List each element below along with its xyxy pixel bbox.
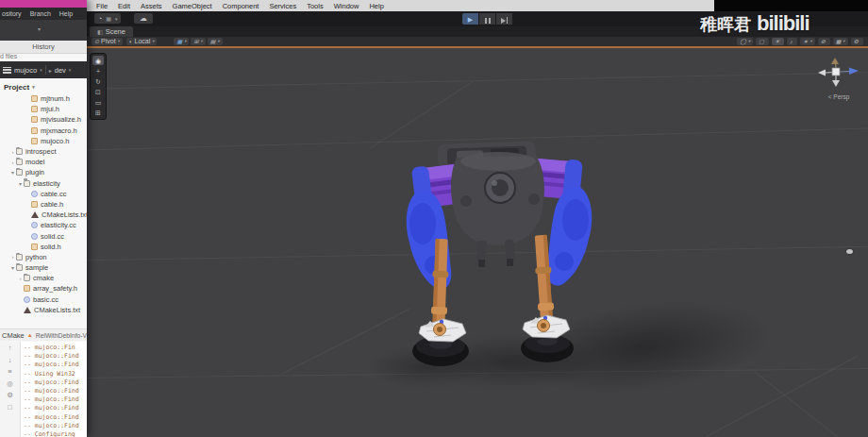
cmake-profile-tab[interactable]: RelWithDebInfo-V xyxy=(36,332,87,339)
tree-item[interactable]: CMakeLists.txt xyxy=(0,305,87,315)
account-collab-group[interactable]: ◔ ▦ ▾ xyxy=(94,13,121,24)
overlay-settings-button[interactable]: ⚙ xyxy=(851,38,863,45)
scale-tool[interactable]: ⊡ xyxy=(92,87,104,96)
move-tool[interactable]: + xyxy=(92,66,104,76)
console-line: -- Configuring xyxy=(24,430,87,437)
gizmos-dropdown[interactable]: ▦ ▾ xyxy=(833,38,848,45)
menu-item[interactable]: Assets xyxy=(141,2,162,10)
file-icon xyxy=(16,148,23,155)
file-icon xyxy=(31,106,38,112)
hamburger-menu-icon[interactable] xyxy=(3,67,11,74)
scene-visibility-toggle[interactable]: ⊘ xyxy=(818,38,830,45)
play-button[interactable]: ▶ xyxy=(462,13,478,25)
settings-button[interactable]: ⚙ xyxy=(7,392,13,399)
scroll-down-button[interactable]: ↓ xyxy=(8,357,12,364)
transform-tool[interactable]: ⊞ xyxy=(92,108,104,117)
menu-item[interactable]: Component xyxy=(223,2,259,10)
2d-toggle[interactable]: ▢ xyxy=(756,38,769,45)
menu-item[interactable]: Branch xyxy=(30,10,51,17)
account-icon[interactable]: ◔ xyxy=(98,15,102,22)
filter-button[interactable]: ◎ xyxy=(7,380,13,388)
scene-orientation-gizmo[interactable]: < Persp xyxy=(817,58,860,100)
tree-item[interactable]: basic.cc xyxy=(0,294,87,305)
menu-item[interactable]: Edit xyxy=(118,2,130,10)
history-tab[interactable]: History xyxy=(0,41,87,54)
tab-scene[interactable]: ◧ Scene xyxy=(90,26,133,37)
tree-item[interactable]: › python xyxy=(0,252,87,262)
view-tool[interactable]: ◉ xyxy=(92,56,104,65)
branch-selector[interactable]: dev xyxy=(55,66,66,75)
grid-visibility-button[interactable]: ▦ ▾ xyxy=(174,38,189,45)
tree-item[interactable]: ▾ plugin xyxy=(0,167,87,177)
scene-viewport[interactable]: ◉+↻⊡▭⊞ < Persp xyxy=(87,48,868,437)
layers-icon[interactable]: ▦ xyxy=(106,15,111,22)
chevron-down-icon[interactable]: ▾ xyxy=(115,16,118,22)
file-icon xyxy=(24,296,30,303)
tree-item[interactable]: solid.h xyxy=(0,242,87,252)
scroll-up-button[interactable]: ↑ xyxy=(8,345,12,352)
expand-chevron[interactable]: › xyxy=(9,149,16,155)
menu-item[interactable]: File xyxy=(96,2,108,10)
perspective-label[interactable]: < Persp xyxy=(817,93,860,100)
menu-item[interactable]: Window xyxy=(334,2,359,10)
soft-wrap-button[interactable]: ≡ xyxy=(8,368,11,376)
repo-selector[interactable]: mujoco xyxy=(14,66,37,75)
file-name: model xyxy=(25,158,44,166)
tree-item[interactable]: mujoco.h xyxy=(0,136,87,146)
cmake-panel-header[interactable]: CMake ▲ RelWithDebInfo-V xyxy=(0,328,87,341)
camera-settings-dropdown[interactable]: ◯ ▾ xyxy=(737,38,753,45)
ide-title-bar[interactable] xyxy=(0,0,87,8)
expand-chevron[interactable]: ▾ xyxy=(9,169,16,176)
tree-item[interactable]: ▾ sample xyxy=(0,262,87,273)
tree-item[interactable]: mjvisualize.h xyxy=(0,114,87,125)
menu-item[interactable]: Help xyxy=(369,2,383,10)
clear-button[interactable]: □ xyxy=(8,404,12,412)
tree-item[interactable]: › model xyxy=(0,157,87,167)
grid-snapping-button[interactable]: ▤ ▾ xyxy=(208,38,223,45)
menu-item[interactable]: Help xyxy=(59,10,73,17)
pause-button[interactable] xyxy=(479,13,495,25)
expand-chevron[interactable]: › xyxy=(17,276,24,281)
menu-item[interactable]: ository xyxy=(2,10,22,17)
tree-item[interactable]: array_safety.h xyxy=(0,283,87,294)
expand-chevron[interactable]: › xyxy=(9,160,16,165)
rotate-tool[interactable]: ↻ xyxy=(92,76,104,86)
step-icon xyxy=(501,10,509,27)
tree-item[interactable]: cable.cc xyxy=(0,189,87,199)
expand-chevron[interactable]: ▾ xyxy=(17,180,24,187)
expand-chevron[interactable]: ▾ xyxy=(9,264,16,271)
tree-item[interactable]: ▾ elasticity xyxy=(0,178,87,189)
menu-item[interactable]: Services xyxy=(269,2,296,10)
tree-item[interactable]: › cmake xyxy=(0,273,87,283)
tree-item[interactable]: › introspect xyxy=(0,146,87,157)
local-global-toggle-button[interactable]: ◐ Local ▾ xyxy=(126,38,158,45)
audio-toggle[interactable]: ♪ xyxy=(787,38,797,45)
file-icon xyxy=(31,138,38,144)
cloud-button[interactable]: ☁ xyxy=(134,13,153,24)
snap-icon: ▤ xyxy=(210,38,216,45)
tree-item[interactable]: CMakeLists.txt xyxy=(0,210,87,220)
effects-dropdown[interactable]: ∗ ▾ xyxy=(800,38,814,45)
file-name: mjui.h xyxy=(41,105,59,113)
tree-item[interactable]: mjxmacro.h xyxy=(0,126,87,136)
chevron-down-icon[interactable]: ▾ xyxy=(38,25,41,32)
console-line: -- mujoco::Find xyxy=(24,413,87,422)
tree-item[interactable]: elasticity.cc xyxy=(0,220,87,230)
step-button[interactable] xyxy=(496,13,512,25)
snap-increment-button[interactable]: ⊞ ▾ xyxy=(191,38,205,45)
cmake-console-output[interactable]: -- mujoco::Fin-- mujoco::Find-- mujoco::… xyxy=(21,342,87,437)
tree-item[interactable]: solid.cc xyxy=(0,230,87,241)
rect-tool[interactable]: ▭ xyxy=(92,97,104,107)
menu-item[interactable]: Tools xyxy=(307,2,324,10)
tree-item[interactable]: cable.h xyxy=(0,199,87,210)
project-panel-header[interactable]: Project ▾ xyxy=(0,81,87,92)
snap-icon: ⊞ xyxy=(193,38,198,45)
scene-lighting-toggle[interactable]: ☀ xyxy=(772,38,784,45)
watermark: 稚晖君 bilibili xyxy=(700,11,810,36)
expand-chevron[interactable]: › xyxy=(9,254,16,260)
pivot-toggle-button[interactable]: ⊙ Pivot ▾ xyxy=(92,38,123,45)
menu-item[interactable]: GameObject xyxy=(173,2,212,10)
tree-item[interactable]: mjui.h xyxy=(0,104,87,114)
tree-item[interactable]: mjtnum.h xyxy=(0,93,87,104)
robot-model[interactable] xyxy=(396,133,604,378)
